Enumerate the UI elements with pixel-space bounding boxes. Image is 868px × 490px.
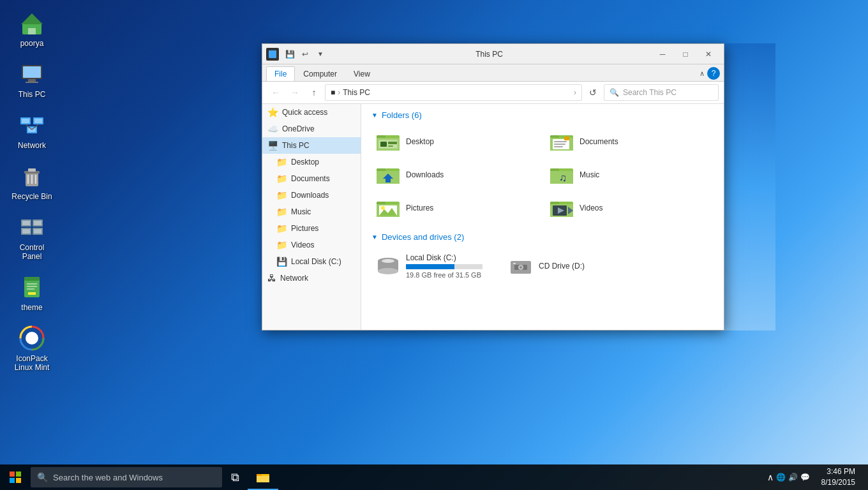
svg-rect-32 <box>27 286 37 287</box>
svg-rect-28 <box>34 229 41 234</box>
svg-rect-89 <box>16 478 21 483</box>
folders-collapse-icon: ▼ <box>371 112 378 119</box>
tray-chevron-icon[interactable]: ∧ <box>767 472 774 482</box>
desktop-icon-control-panel[interactable]: Control Panel <box>6 211 57 264</box>
main-content: ⭐ Quick access ☁️ OneDrive 🖥️ This PC 📁 … <box>262 104 724 330</box>
forward-button[interactable]: → <box>287 84 303 101</box>
tab-view[interactable]: View <box>345 66 378 81</box>
folder-item-videos[interactable]: Videos <box>545 194 714 222</box>
videos-folder-icon: 📁 <box>276 240 287 250</box>
iconpack-label: IconPack Linux Mint <box>10 354 54 372</box>
svg-rect-6 <box>26 82 38 83</box>
iconpack-icon <box>19 325 45 352</box>
theme-label: theme <box>21 303 42 312</box>
folders-section-header[interactable]: ▼ Folders (6) <box>371 110 714 120</box>
address-bar: ← → ↑ ■ › This PC › ↺ 🔍 Search This PC <box>262 82 724 104</box>
drive-item-d[interactable]: CD Drive (D:) <box>504 249 632 283</box>
desktop-icon-poorya[interactable]: poorya <box>6 6 57 51</box>
folder-item-pictures[interactable]: Pictures <box>371 194 540 222</box>
desktop-icon-theme[interactable]: theme <box>6 271 57 315</box>
svg-rect-47 <box>388 142 397 144</box>
drive-item-c[interactable]: Local Disk (C:) 19.8 GB free of 31.5 GB <box>371 249 499 283</box>
taskbar-right-area: ∧ 🌐 🔊 💬 3:46 PM 8/19/2015 <box>767 466 868 488</box>
desktop-icon-iconpack[interactable]: IconPack Linux Mint <box>6 322 57 375</box>
network-sidebar-icon: 🖧 <box>267 273 276 283</box>
music-folder-icon: 📁 <box>276 207 287 217</box>
search-placeholder-text: Search This PC <box>623 88 677 97</box>
tab-computer[interactable]: Computer <box>295 66 345 81</box>
desktop-icon-recycle-bin[interactable]: Recycle Bin <box>6 160 57 204</box>
taskbar: 🔍 Search the web and Windows ⧉ ∧ 🌐 🔊 💬 3… <box>0 464 868 490</box>
drives-section-header[interactable]: ▼ Devices and drives (2) <box>371 232 714 242</box>
sidebar-quick-access-label: Quick access <box>282 108 327 117</box>
minimize-button[interactable]: ─ <box>651 44 674 64</box>
svg-point-39 <box>26 332 38 345</box>
search-box[interactable]: 🔍 Search This PC <box>604 84 719 101</box>
desktop-folder-icon: 📁 <box>276 157 287 167</box>
folder-pictures-label: Pictures <box>406 204 433 212</box>
ribbon: File Computer View ∧ ? <box>262 64 724 82</box>
sidebar-item-downloads[interactable]: 📁 Downloads <box>262 187 361 204</box>
folder-desktop-label: Desktop <box>406 137 434 146</box>
folder-item-desktop[interactable]: Desktop <box>371 128 540 156</box>
desktop-icon-this-pc[interactable]: This PC <box>6 57 57 102</box>
tray-notifications-icon[interactable]: 💬 <box>800 473 810 482</box>
sidebar-item-videos[interactable]: 📁 Videos <box>262 237 361 253</box>
qat-customize-button[interactable]: ▼ <box>313 47 327 61</box>
decorative-panel-right <box>724 43 775 330</box>
taskbar-clock[interactable]: 3:46 PM 8/19/2015 <box>815 466 862 488</box>
svg-rect-46 <box>380 142 387 147</box>
pictures-folder-img <box>377 198 400 218</box>
address-current: This PC <box>343 88 370 97</box>
task-view-button[interactable]: ⧉ <box>222 464 248 490</box>
folder-item-documents[interactable]: Documents <box>545 128 714 156</box>
pictures-folder-icon: 📁 <box>276 223 287 234</box>
sidebar-item-music[interactable]: 📁 Music <box>262 204 361 220</box>
drive-c-bar <box>406 264 483 269</box>
desktop-icon-network[interactable]: Network <box>6 108 57 153</box>
sidebar-music-label: Music <box>291 207 311 216</box>
network-label: Network <box>18 141 46 150</box>
sidebar-item-local-disk[interactable]: 💾 Local Disk (C:) <box>262 253 361 270</box>
file-explorer-taskbar-button[interactable] <box>248 464 278 490</box>
sidebar-item-onedrive[interactable]: ☁️ OneDrive <box>262 121 361 137</box>
tray-volume-icon[interactable]: 🔊 <box>788 473 798 482</box>
svg-rect-54 <box>554 144 565 145</box>
tray-network-icon[interactable]: 🌐 <box>776 473 786 482</box>
sidebar-item-desktop[interactable]: 📁 Desktop <box>262 154 361 170</box>
documents-folder-icon: 📁 <box>276 174 287 184</box>
downloads-folder-img <box>377 165 400 185</box>
sidebar-item-network[interactable]: 🖧 Network <box>262 270 361 286</box>
svg-point-70 <box>381 206 385 210</box>
qat-save-button[interactable]: 💾 <box>283 47 297 61</box>
back-button[interactable]: ← <box>267 84 284 101</box>
help-button[interactable]: ? <box>707 67 720 80</box>
svg-rect-30 <box>24 277 40 281</box>
window-app-icon <box>266 48 279 61</box>
address-path[interactable]: ■ › This PC › <box>325 84 582 101</box>
sidebar-network-label: Network <box>280 274 308 283</box>
maximize-button[interactable]: □ <box>674 44 697 64</box>
close-button[interactable]: ✕ <box>697 44 720 64</box>
folder-item-music[interactable]: ♫ Music <box>545 161 714 189</box>
ribbon-collapse-button[interactable]: ∧ <box>700 70 705 78</box>
control-panel-label: Control Panel <box>10 243 54 261</box>
sidebar-this-pc-label: This PC <box>282 141 310 150</box>
sidebar-item-quick-access[interactable]: ⭐ Quick access <box>262 104 361 121</box>
tab-file[interactable]: File <box>266 66 295 81</box>
qat-undo-button[interactable]: ↩ <box>298 47 312 61</box>
file-content-area: ▼ Folders (6) <box>361 104 724 330</box>
title-bar: 💾 ↩ ▼ This PC ─ □ ✕ <box>262 44 724 64</box>
this-pc-label: This PC <box>19 90 46 99</box>
sidebar-item-documents[interactable]: 📁 Documents <box>262 170 361 187</box>
sidebar-item-pictures[interactable]: 📁 Pictures <box>262 220 361 237</box>
sidebar-local-disk-label: Local Disk (C:) <box>291 257 341 266</box>
music-folder-img: ♫ <box>550 165 573 185</box>
up-button[interactable]: ↑ <box>306 84 322 101</box>
folders-grid: Desktop Documents <box>371 128 714 222</box>
folder-item-downloads[interactable]: Downloads <box>371 161 540 189</box>
refresh-button[interactable]: ↺ <box>585 84 601 101</box>
sidebar-item-this-pc[interactable]: 🖥️ This PC <box>262 137 361 154</box>
taskbar-search-box[interactable]: 🔍 Search the web and Windows <box>31 467 222 487</box>
start-button[interactable] <box>0 464 31 490</box>
